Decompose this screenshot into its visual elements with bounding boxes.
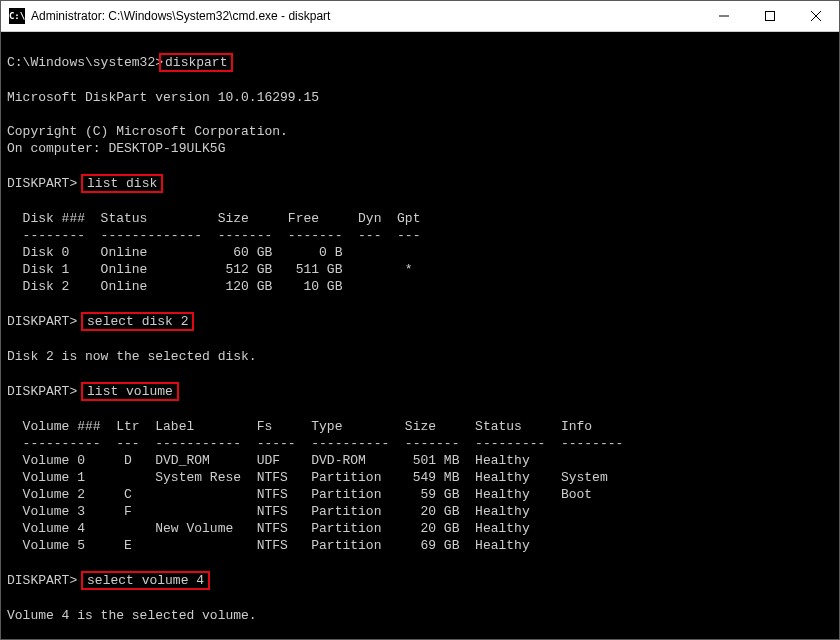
version-line: Microsoft DiskPart version 10.0.16299.15: [7, 90, 319, 105]
disk-row: Disk 0 Online 60 GB 0 B: [7, 245, 342, 260]
result-line: Disk 2 is now the selected disk.: [7, 349, 257, 364]
cmd-list-volume: list volume: [81, 382, 179, 401]
titlebar: C:\ Administrator: C:\Windows\System32\c…: [1, 1, 839, 32]
vol-row: Volume 2 C NTFS Partition 59 GB Healthy …: [7, 487, 592, 502]
prompt: DISKPART> list disk: [7, 176, 163, 191]
disk-row: Disk 2 Online 120 GB 10 GB: [7, 279, 342, 294]
vol-header: Volume ### Ltr Label Fs Type Size Status…: [7, 419, 592, 434]
computer-line: On computer: DESKTOP-19ULK5G: [7, 141, 225, 156]
minimize-button[interactable]: [701, 1, 747, 31]
prompt: DISKPART> select disk 2: [7, 314, 194, 329]
vol-row: Volume 5 E NTFS Partition 69 GB Healthy: [7, 538, 530, 553]
cmd-diskpart: diskpart: [159, 53, 233, 72]
svg-rect-1: [766, 12, 775, 21]
copyright-line: Copyright (C) Microsoft Corporation.: [7, 124, 288, 139]
cmd-list-disk: list disk: [81, 174, 163, 193]
vol-row: Volume 0 D DVD_ROM UDF DVD-ROM 501 MB He…: [7, 453, 530, 468]
window-controls: [701, 1, 839, 31]
result-line: Volume 4 is the selected volume.: [7, 608, 257, 623]
prompt: DISKPART> select volume 4: [7, 573, 210, 588]
terminal-body[interactable]: C:\Windows\system32>diskpart Microsoft D…: [1, 32, 839, 639]
vol-row: Volume 4 New Volume NTFS Partition 20 GB…: [7, 521, 530, 536]
prompt: C:\Windows\system32>diskpart: [7, 55, 233, 70]
cmd-icon: C:\: [9, 8, 25, 24]
disk-row: Disk 1 Online 512 GB 511 GB *: [7, 262, 413, 277]
maximize-button[interactable]: [747, 1, 793, 31]
disk-divider: -------- ------------- ------- ------- -…: [7, 228, 420, 243]
close-button[interactable]: [793, 1, 839, 31]
vol-divider: ---------- --- ----------- ----- -------…: [7, 436, 623, 451]
cmd-select-volume: select volume 4: [81, 571, 210, 590]
cmd-select-disk: select disk 2: [81, 312, 194, 331]
prompt: DISKPART> list volume: [7, 384, 179, 399]
vol-row: Volume 3 F NTFS Partition 20 GB Healthy: [7, 504, 530, 519]
vol-row: Volume 1 System Rese NTFS Partition 549 …: [7, 470, 608, 485]
window-title: Administrator: C:\Windows\System32\cmd.e…: [31, 9, 701, 23]
disk-header: Disk ### Status Size Free Dyn Gpt: [7, 211, 420, 226]
cmd-window: C:\ Administrator: C:\Windows\System32\c…: [0, 0, 840, 640]
